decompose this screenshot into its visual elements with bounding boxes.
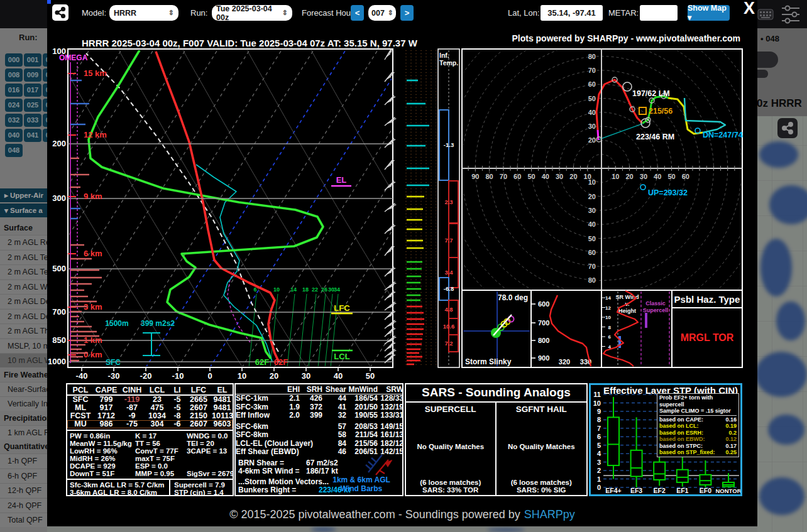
cell: 2607 <box>185 420 212 428</box>
mixing-ratio-line <box>299 294 307 367</box>
hodo-tick-label: 50 <box>588 95 596 102</box>
close-button[interactable]: X <box>744 0 755 18</box>
mixing-ratio-line <box>325 294 332 367</box>
indices-row: DownT = 51FMMP = 0.95SigSvr = 26798 m3/s… <box>70 470 233 477</box>
cell: 132/19 <box>379 403 404 412</box>
slinky-vector <box>493 315 512 335</box>
composite-index-value: Supercell = 7.9 <box>174 481 233 489</box>
cell: Eff Shear (EBWD) <box>236 448 324 457</box>
sars-hail-result: SARS: 0% SIG <box>517 486 566 494</box>
cell: SFC-6km <box>236 423 324 432</box>
cell: 208/53 <box>348 423 379 432</box>
stp-ytick: 1 <box>597 475 601 483</box>
label: Bunkers Right = <box>238 486 319 495</box>
height-label: 15 km <box>84 68 107 78</box>
index-value: MeanW = 11.5g/kg <box>70 440 135 447</box>
wind-barb <box>385 327 395 337</box>
cell: 57 <box>324 423 348 432</box>
stp-ytick: 0 <box>597 484 601 491</box>
sfc-temp-label: 62F <box>274 357 288 367</box>
srwind-ytick: 8 <box>608 325 612 330</box>
lapse-rate-value: 3-6km AGL LR = 8.0 C/km <box>70 489 169 496</box>
hodo-tick-label: 20 <box>588 136 596 144</box>
index-value: maxT = 75F <box>135 455 187 462</box>
sars-supercell-result: SARS: 33% TOR <box>422 486 478 494</box>
hodo-tick-label: 70 <box>588 67 596 74</box>
wind-barb <box>385 116 396 127</box>
index-value: ESP = 0.0 <box>135 462 187 470</box>
temp-tick-label: -20 <box>140 371 152 381</box>
stp-box <box>700 475 711 485</box>
stp-ytick: 6 <box>597 433 601 440</box>
composite-index-value: STP (cin) = 1.4 <box>174 489 233 496</box>
cell: 41 <box>324 403 348 412</box>
storm-motion-row: Bunkers Left =197/62 kt <box>238 495 402 497</box>
cell: 372 <box>301 403 324 412</box>
index-value: WNDG = 0.0 <box>187 432 232 440</box>
temperature-curve <box>156 52 279 362</box>
pressure-tick-label: 300 <box>52 193 66 203</box>
sars-hail-loose: (6 loose matches) <box>511 479 572 486</box>
sharppy-credit: Plots powered by SHARPpy - www.pivotalwe… <box>512 33 740 43</box>
wind-barb <box>385 181 395 190</box>
lapse-rate-value: Sfc-3km AGL LR = 5.7 C/km <box>70 481 169 489</box>
downshear-label: DN=247/74 <box>703 131 743 139</box>
column-header: Shear <box>324 385 348 394</box>
isotherm-line <box>146 49 346 367</box>
cell: -6 <box>169 420 185 428</box>
wind-barb <box>385 138 395 148</box>
column-header: SRW <box>379 385 404 394</box>
temp-tick-label: 10 <box>238 371 246 381</box>
pressure-tick-label: 700 <box>52 307 66 317</box>
shear-table-row: SFC-8km58211/54161/13 <box>236 431 402 440</box>
shear-table-header: EHISRHShearMnWindSRW <box>236 385 402 394</box>
parcel-table-row: FCST1712-91034-8215010113 <box>67 412 233 420</box>
label: 4-6km SR Wind = <box>238 467 306 476</box>
height-label: 6 km <box>84 249 102 258</box>
stp-legend-line2: Sample CLIMO = .15 sigtor <box>659 408 737 415</box>
cell: 1.9 <box>282 403 301 412</box>
cell: 161/13 <box>379 431 404 440</box>
column-header: SRH <box>301 385 324 394</box>
mixing-ratio-label: 14 <box>290 286 297 293</box>
slinky-deg-label: 78.0 deg <box>498 293 528 302</box>
parcel-stats-panel: PCLCAPECINHLCLLILFCELSFC799-11923-526659… <box>66 383 234 496</box>
column-header <box>236 385 282 394</box>
indices-row: PW = 0.86inK = 17WNDG = 0.0 <box>70 432 233 440</box>
index-value <box>187 455 232 462</box>
sfc-dewpoint-label: 62F <box>255 357 269 367</box>
wind-barb <box>385 202 396 213</box>
stp-category-label: EF1 <box>676 487 688 494</box>
sharppy-link[interactable]: SHARPpy <box>524 508 575 521</box>
sars-supercell-body: No Quality Matches <box>417 414 484 479</box>
temp-tick-label: -40 <box>76 371 88 381</box>
temp-tick-label: 50 <box>366 371 375 381</box>
temp-tick-label: 0 <box>207 371 212 381</box>
thetae-xtick: 320 <box>559 358 570 366</box>
hazard-value: MRGL TOR <box>681 332 734 343</box>
mixing-ratio-line <box>287 294 295 367</box>
pressure-tick-label: 500 <box>52 264 66 273</box>
stp-category-label: EF2 <box>654 487 666 494</box>
mean-wind-marker <box>639 107 646 114</box>
parcel-table-row: SFC799-11923-526659481 <box>67 396 233 404</box>
temp-tick-label: 40 <box>334 371 343 381</box>
el-label: EL <box>336 175 347 185</box>
hodo-tick-label: 80 <box>485 173 493 180</box>
cell: 2.0 <box>282 411 301 420</box>
mixing-ratio-label: 18 <box>302 286 309 293</box>
height-label: 12 km <box>84 130 107 139</box>
inf-temp-value: -1.3 <box>444 141 454 148</box>
stp-ytick: 9 <box>597 408 601 415</box>
wind-barb <box>385 301 396 312</box>
hodo-tick-label: 50 <box>588 235 596 242</box>
thetae-ytick: 900 <box>538 354 549 362</box>
sfc-label: SFC <box>106 358 121 367</box>
shear-stats-panel: EHISRHShearMnWindSRWSFC-1km2.142644186/5… <box>234 383 404 496</box>
cell: 986 <box>94 420 119 428</box>
hazard-title: Psbl Haz. Type <box>674 294 740 305</box>
cell: 32 <box>324 411 348 420</box>
stp-box <box>654 462 665 480</box>
parcel-table-row: MU986-75304-626079603 <box>67 420 233 428</box>
hodo-tick-label: 30 <box>640 173 647 180</box>
